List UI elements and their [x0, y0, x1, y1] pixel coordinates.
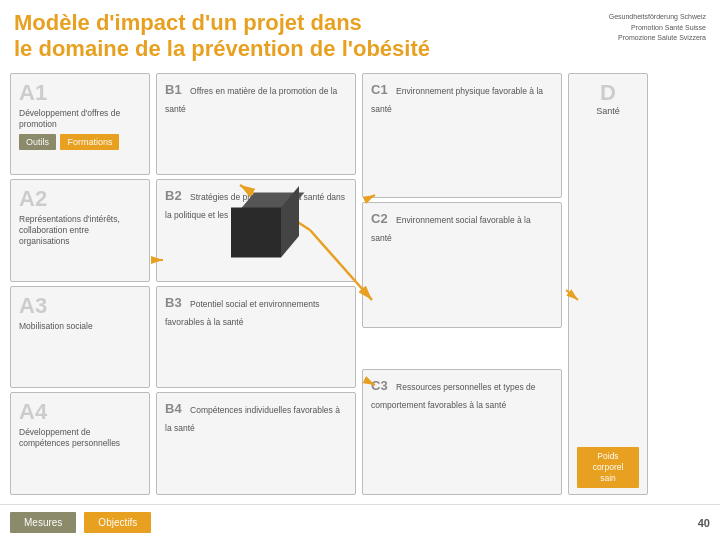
c2-label: C2: [371, 211, 388, 226]
header: Modèle d'impact d'un projet dans le doma…: [0, 0, 720, 69]
cube-shape: [221, 192, 291, 262]
block-b1: B1 Offres en matière de la promotion de …: [156, 73, 356, 176]
c1-label: C1: [371, 82, 388, 97]
block-b3: B3 Potentiel social et environnements fa…: [156, 286, 356, 389]
a3-label: A3: [19, 293, 141, 319]
logo-line1: Gesundheitsförderung Schweiz: [609, 12, 706, 23]
b4-text: Compétences individuelles favorables à l…: [165, 405, 340, 433]
cube-front-face: [231, 207, 281, 257]
poids-corporel-button[interactable]: Poids corporelsain: [577, 447, 639, 488]
block-c3: C3 Ressources personnelles et types de c…: [362, 369, 562, 495]
b2-label: B2: [165, 188, 182, 203]
b1-label: B1: [165, 82, 182, 97]
b1-text: Offres en matière de la promotion de la …: [165, 86, 337, 114]
a3-desc: Mobilisation sociale: [19, 321, 141, 332]
c1-text: Environnement physique favorable à la sa…: [371, 86, 543, 114]
footer: Mesures Objectifs 40: [0, 504, 720, 540]
column-d: D Santé Poids corporelsain: [568, 73, 648, 495]
page-title: Modèle d'impact d'un projet dans le doma…: [14, 10, 430, 63]
logo-line2: Promotion Santé Suisse: [631, 23, 706, 34]
logo-line3: Promozione Salute Svizzera: [618, 33, 706, 44]
cube-3d: [221, 192, 291, 262]
a1-label: A1: [19, 80, 141, 106]
block-b4: B4 Compétences individuelles favorables …: [156, 392, 356, 495]
block-a1: A1 Développement d'offres de promotion O…: [10, 73, 150, 176]
c3-label: C3: [371, 378, 388, 393]
block-c1: C1 Environnement physique favorable à la…: [362, 73, 562, 199]
title-line2: le domaine de la prévention de l'obésité: [14, 36, 430, 61]
block-a2: A2 Représentations d'intérêts, collabora…: [10, 179, 150, 282]
block-a3: A3 Mobilisation sociale: [10, 286, 150, 389]
b3-text: Potentiel social et environnements favor…: [165, 299, 320, 327]
a4-desc: Développement de compétences personnelle…: [19, 427, 141, 449]
a2-desc: Représentations d'intérêts, collaboratio…: [19, 214, 141, 247]
a2-label: A2: [19, 186, 141, 212]
c2-text: Environnement social favorable à la sant…: [371, 215, 531, 243]
block-c2: C2 Environnement social favorable à la s…: [362, 202, 562, 328]
formations-button[interactable]: Formations: [60, 134, 119, 150]
b3-label: B3: [165, 295, 182, 310]
title-line1: Modèle d'impact d'un projet dans: [14, 10, 362, 35]
block-b2: B2 Stratégies de promotion de la santé d…: [156, 179, 356, 282]
a4-label: A4: [19, 399, 141, 425]
outils-button[interactable]: Outils: [19, 134, 56, 150]
main-content: A1 Développement d'offres de promotion O…: [0, 69, 720, 499]
b4-label: B4: [165, 401, 182, 416]
d-sublabel: Santé: [596, 106, 620, 116]
page-number: 40: [698, 517, 710, 529]
objectifs-button[interactable]: Objectifs: [84, 512, 151, 533]
a1-desc: Développement d'offres de promotion: [19, 108, 141, 130]
logo: Gesundheitsförderung Schweiz Promotion S…: [609, 10, 706, 44]
column-a: A1 Développement d'offres de promotion O…: [10, 73, 150, 495]
column-c: C1 Environnement physique favorable à la…: [362, 73, 562, 495]
c3-text: Ressources personnelles et types de comp…: [371, 382, 535, 410]
mesures-button[interactable]: Mesures: [10, 512, 76, 533]
column-b: B1 Offres en matière de la promotion de …: [156, 73, 356, 495]
block-a4: A4 Développement de compétences personne…: [10, 392, 150, 495]
block-d: D Santé Poids corporelsain: [568, 73, 648, 495]
d-label: D: [600, 80, 616, 106]
